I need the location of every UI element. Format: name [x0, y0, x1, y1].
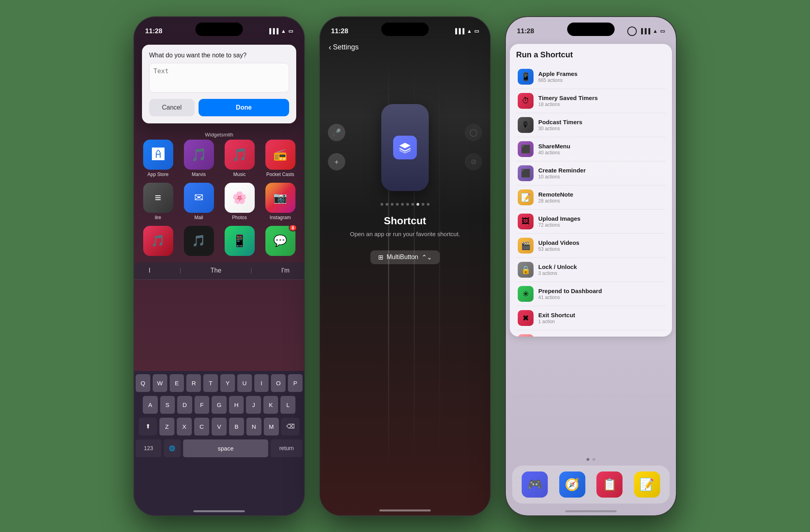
photos-wrapper[interactable]: 🌸 Photos [222, 183, 257, 220]
key-e[interactable]: E [170, 374, 184, 392]
podcast-timers-info: Podcast Timers 30 actions [538, 119, 664, 131]
lire-wrapper[interactable]: ≡ lire [140, 183, 176, 220]
shortcut-prepend-dashboard[interactable]: ✳ Prepend to Dashboard 41 actions [516, 282, 666, 306]
pocket-casts-wrapper[interactable]: 📻 Pocket Casts [263, 140, 298, 177]
shortcut-upload-images[interactable]: 🖼 Upload Images 72 actions [516, 210, 666, 234]
sidebar-circle-btn[interactable]: ◯ [465, 124, 482, 141]
key-p[interactable]: P [288, 374, 303, 392]
sidebar-plus-btn[interactable]: ＋ [328, 153, 345, 170]
key-return[interactable]: return [271, 439, 303, 457]
phone-2: 11:28 ▐▐▐ ▲ ▭ ‹ Settings 🎤 ＋ ◯ ⊘ [320, 17, 490, 515]
shortcut-exit[interactable]: ✖ Exit Shortcut 1 action [516, 306, 666, 330]
key-u[interactable]: U [237, 374, 252, 392]
status-time-3: 11:28 [517, 27, 534, 35]
key-space[interactable]: space [183, 439, 268, 457]
suggestion-2[interactable]: The [210, 267, 221, 274]
key-123[interactable]: 123 [136, 439, 161, 457]
suggestion-1[interactable]: I [149, 267, 150, 274]
key-n[interactable]: N [246, 418, 261, 435]
shortcut-podcast-timers[interactable]: 🎙 Podcast Timers 30 actions [516, 113, 666, 137]
upload-videos-name: Upload Videos [538, 239, 664, 246]
shortcut-sharemenu[interactable]: ⬛ ShareMenu 40 actions [516, 137, 666, 161]
whatsapp-icon[interactable]: 📱 [225, 226, 255, 256]
shortcut-create-reminder[interactable]: ⬛ Create Reminder 10 actions [516, 161, 666, 186]
instagram-wrapper[interactable]: 📷 Instagram [263, 183, 298, 220]
key-globe[interactable]: 🌐 [164, 439, 181, 457]
shortcut-upload-videos[interactable]: 🎬 Upload Videos 53 actions [516, 234, 666, 258]
multibutton-selector[interactable]: ⊞ MultiButton ⌃⌄ [370, 250, 439, 264]
key-shift[interactable]: ⬆ [139, 418, 157, 435]
app-store-icon[interactable]: 🅰 [143, 140, 173, 170]
discord-dock-icon[interactable]: 🎮 [522, 471, 548, 498]
app-row3-2-wrapper[interactable]: 🎵 [181, 226, 216, 258]
messages-icon[interactable]: 💬 8 [265, 226, 295, 256]
shortcut-subtitle: Open an app or run your favorite shortcu… [320, 231, 490, 237]
settings-back-button[interactable]: ‹ Settings [329, 43, 359, 52]
note-text-input[interactable] [149, 63, 289, 93]
shortcut-widget[interactable] [381, 104, 429, 191]
key-r[interactable]: R [186, 374, 201, 392]
lire-icon[interactable]: ≡ [143, 183, 173, 213]
app-row3-1-wrapper[interactable]: 🎵 [140, 226, 176, 258]
music-wrapper[interactable]: 🎵 Music [222, 140, 257, 177]
sidebar-slash-btn[interactable]: ⊘ [465, 153, 482, 170]
key-x[interactable]: X [177, 418, 192, 435]
shortcut-timery[interactable]: ⏱ Timery Saved Timers 18 actions [516, 89, 666, 113]
app-store-wrapper[interactable]: 🅰 App Store [140, 140, 176, 177]
messages-wrapper[interactable]: 💬 8 [263, 226, 298, 258]
key-f[interactable]: F [195, 396, 210, 414]
page-dot-3-2 [592, 458, 595, 461]
key-z[interactable]: Z [159, 418, 174, 435]
key-k[interactable]: K [263, 396, 278, 414]
key-b[interactable]: B [229, 418, 244, 435]
pocket-casts-icon[interactable]: 📻 [265, 140, 295, 170]
instagram-label: Instagram [270, 215, 291, 220]
key-c[interactable]: C [194, 418, 209, 435]
marvis-icon[interactable]: 🎵 [184, 140, 214, 170]
key-o[interactable]: O [271, 374, 286, 392]
lock-unlock-name: Lock / Unlock [538, 263, 664, 270]
suggestion-3[interactable]: I'm [281, 267, 290, 274]
sidebar-speech-btn[interactable]: 🎤 [328, 124, 345, 141]
marvis-wrapper[interactable]: 🎵 Marvis [181, 140, 216, 177]
reminders-dock-icon[interactable]: 📋 [596, 471, 623, 498]
key-i[interactable]: I [254, 374, 269, 392]
mail-icon[interactable]: ✉ [184, 183, 214, 213]
music-icon[interactable]: 🎵 [225, 140, 255, 170]
key-y[interactable]: Y [220, 374, 235, 392]
phone-2-background [320, 17, 490, 515]
key-q[interactable]: Q [136, 374, 150, 392]
notes-dock-icon[interactable]: 📝 [634, 471, 660, 498]
whatsapp-wrapper[interactable]: 📱 [222, 226, 257, 258]
mail-wrapper[interactable]: ✉ Mail [181, 183, 216, 220]
key-g[interactable]: G [212, 396, 227, 414]
sharemenu-actions: 40 actions [538, 150, 664, 155]
shortcut-remotenote[interactable]: 📝 RemoteNote 28 actions [516, 186, 666, 210]
key-s[interactable]: S [160, 396, 175, 414]
key-delete[interactable]: ⌫ [281, 418, 299, 435]
app-row3-2-icon[interactable]: 🎵 [184, 226, 214, 256]
photos-icon[interactable]: 🌸 [225, 183, 255, 213]
cancel-button[interactable]: Cancel [149, 99, 195, 116]
key-v[interactable]: V [212, 418, 227, 435]
app-row3-1-icon[interactable]: 🎵 [143, 226, 173, 256]
key-t[interactable]: T [203, 374, 218, 392]
status-icons-1: ▐▐▐ ▲ ▭ [267, 28, 293, 34]
keyboard-row-3: ⬆ Z X C V B N M ⌫ [136, 418, 303, 435]
key-l[interactable]: L [280, 396, 295, 414]
key-h[interactable]: H [229, 396, 244, 414]
key-m[interactable]: M [264, 418, 279, 435]
key-w[interactable]: W [153, 374, 167, 392]
shortcut-apple-frames[interactable]: 📱 Apple Frames 665 actions [516, 65, 666, 89]
sharemenu-name: ShareMenu [538, 143, 664, 150]
reminders-icon: 📋 [602, 477, 617, 491]
key-d[interactable]: D [177, 396, 192, 414]
key-a[interactable]: A [143, 396, 158, 414]
shortcut-my-station[interactable]: 🎵 My Station [516, 330, 666, 337]
done-button[interactable]: Done [199, 99, 289, 116]
messages-badge: 8 [289, 224, 297, 231]
key-j[interactable]: J [246, 396, 261, 414]
shortcut-lock-unlock[interactable]: 🔒 Lock / Unlock 3 actions [516, 258, 666, 282]
instagram-icon[interactable]: 📷 [265, 183, 295, 213]
safari-dock-icon[interactable]: 🧭 [559, 471, 585, 498]
